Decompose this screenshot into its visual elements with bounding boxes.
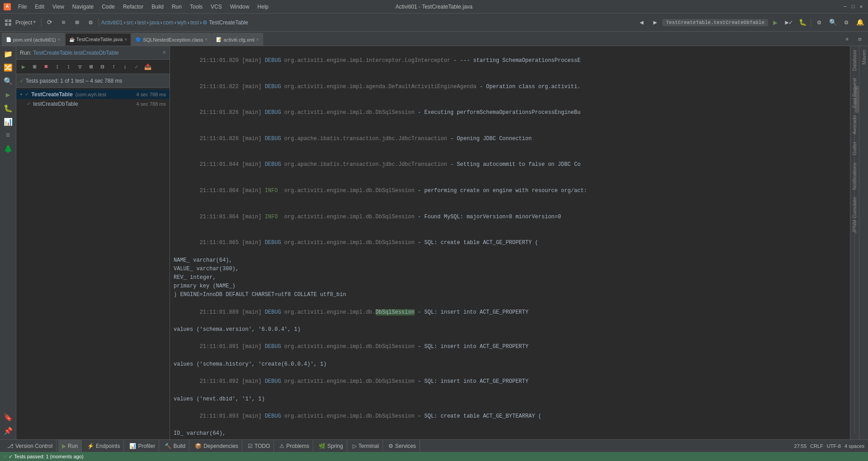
filter-button[interactable]: ▽ — [75, 61, 85, 72]
tab-build[interactable]: 🔨 Build — [161, 440, 189, 452]
tab-pom[interactable]: 📄 pom.xml (activiti01) × — [2, 33, 65, 46]
menu-run[interactable]: Run — [168, 3, 185, 11]
tab-dependencies[interactable]: 📦 Dependencies — [191, 440, 242, 452]
tab-problems[interactable]: ⚠ Problems — [276, 440, 313, 452]
tab-pom-close[interactable]: × — [58, 37, 61, 42]
breadcrumb-testpkg[interactable]: test — [190, 19, 199, 26]
breadcrumb-test[interactable]: test — [137, 19, 146, 26]
tab-services[interactable]: ⚙ Services — [385, 440, 420, 452]
run-all-button[interactable]: ⊞ — [29, 61, 40, 72]
project-dropdown-icon[interactable]: ▼ — [33, 20, 36, 25]
breadcrumb-java[interactable]: java — [150, 19, 160, 26]
tab-testcreate[interactable]: ☕ TestCreateTable.java × — [65, 33, 132, 46]
filter-passed-button[interactable]: ✓ — [131, 61, 142, 72]
run-panel-close[interactable]: × — [163, 50, 166, 56]
run-config-selector[interactable]: TestCreateTable.testCreateDbTable — [662, 19, 768, 26]
sidebar-avocado-label[interactable]: Avocado — [850, 112, 859, 138]
tab-todo[interactable]: ☑ TODO — [244, 440, 274, 452]
menu-file[interactable]: File — [14, 3, 30, 11]
status-line-ending[interactable]: CRLF — [810, 443, 823, 449]
minimize-button[interactable]: ─ — [842, 4, 848, 10]
sidebar-project-icon[interactable]: 📁 — [2, 48, 14, 61]
expand-tree-button[interactable]: ⊞ — [86, 61, 97, 72]
sidebar-jpnm-label[interactable]: JPNM Cumulate — [850, 193, 859, 237]
run-toolbar: ▶ ⊞ ■ ↕ ↕ ▽ ⊞ ⊟ ↑ ↓ ✓ 📤 — [16, 60, 170, 74]
tab-profiler[interactable]: 📊 Profiler — [126, 440, 159, 452]
tab-endpoints[interactable]: ⚡ Endpoints — [84, 440, 124, 452]
maximize-button[interactable]: □ — [850, 4, 856, 10]
menu-view[interactable]: View — [49, 3, 68, 11]
sort-duration-button[interactable]: ↕ — [63, 61, 74, 72]
forward-button[interactable]: ▶ — [649, 16, 661, 29]
sidebar-profiler-icon[interactable]: 📊 — [2, 116, 14, 128]
window-controls: ─ □ ✕ — [842, 4, 864, 10]
breadcrumb-wyh[interactable]: wyh — [177, 19, 186, 26]
tab-cfg[interactable]: 📝 activiti.cfg.xml × — [212, 33, 263, 46]
menu-window[interactable]: Window — [226, 3, 253, 11]
tree-next-button[interactable]: ↓ — [120, 61, 131, 72]
tab-terminal[interactable]: ▷ Terminal — [349, 440, 383, 452]
tab-testcreate-close[interactable]: × — [124, 37, 127, 42]
menu-edit[interactable]: Edit — [31, 3, 48, 11]
sidebar-hierarchy-icon[interactable]: 🌲 — [2, 143, 14, 155]
sidebar-gutter-label[interactable]: Gutter — [850, 138, 859, 159]
sync-button[interactable]: ⟳ — [43, 16, 56, 29]
settings-button[interactable]: ⚙ — [84, 16, 97, 29]
menu-refactor[interactable]: Refactor — [119, 3, 147, 11]
sidebar-pin-icon[interactable]: 📌 — [2, 425, 14, 437]
menu-code[interactable]: Code — [98, 3, 118, 11]
status-indent[interactable]: 4 spaces — [844, 443, 864, 449]
tab-spring[interactable]: 🌿 Spring — [315, 440, 347, 452]
breadcrumb-com[interactable]: com — [163, 19, 174, 26]
menu-vcs[interactable]: VCS — [207, 3, 226, 11]
tab-cfg-close[interactable]: × — [256, 37, 259, 42]
debug-button[interactable]: 🐛 — [796, 16, 809, 29]
status-position[interactable]: 27:55 — [794, 443, 807, 449]
maven-label[interactable]: Maven — [860, 46, 868, 68]
sidebar-fast-request-label[interactable]: Fast Request — [850, 75, 859, 111]
tab-sql[interactable]: 🔵 SQLNestedException.class × — [132, 33, 212, 46]
run-with-coverage-button[interactable]: ▶✓ — [783, 16, 795, 29]
menu-tools[interactable]: Tools — [186, 3, 206, 11]
test-item-method[interactable]: ✓ testCreateDbTable 4 sec 788 ms — [16, 99, 170, 108]
status-encoding[interactable]: UTF-8 — [827, 443, 841, 449]
notifications-button[interactable]: 🔔 — [854, 16, 866, 29]
project-view-button[interactable] — [2, 16, 14, 29]
sidebar-run-icon[interactable]: ▶ — [2, 89, 14, 101]
collapse-button[interactable]: ≡ — [57, 16, 70, 29]
menu-help[interactable]: Help — [254, 3, 272, 11]
breadcrumb-src[interactable]: src — [126, 19, 133, 26]
rerun-button[interactable]: ▶ — [18, 61, 29, 72]
sidebar-database-label[interactable]: Database — [850, 46, 859, 75]
sidebar-vcs-icon[interactable]: 🔀 — [2, 61, 14, 74]
sidebar-bookmark-icon[interactable]: 🔖 — [2, 411, 14, 424]
expand-button[interactable]: ⊞ — [71, 16, 83, 29]
test-status-text: Tests passed: 1 of 1 test – 4 sec 788 ms — [25, 78, 122, 84]
tree-prev-button[interactable]: ↑ — [108, 61, 119, 72]
breadcrumb-project[interactable]: Activiti01 — [101, 19, 123, 26]
test-item-class[interactable]: ▾ ✓ TestCreateTable (com.wyh.test 4 sec … — [16, 89, 170, 99]
search-everywhere[interactable]: 🔍 — [826, 16, 839, 29]
close-button[interactable]: ✕ — [858, 4, 864, 10]
sidebar-structure-icon[interactable]: ≡ — [2, 129, 14, 142]
menu-navigate[interactable]: Navigate — [69, 3, 97, 11]
sort-alpha-button[interactable]: ↕ — [52, 61, 63, 72]
export-button[interactable]: 📤 — [142, 61, 153, 72]
menu-build[interactable]: Build — [148, 3, 167, 11]
sidebar-notifications-label[interactable]: Notifications — [850, 159, 859, 193]
tab-sql-close[interactable]: × — [205, 37, 208, 42]
recent-files-button[interactable]: ≡ — [841, 33, 854, 46]
sidebar-search-icon[interactable]: 🔍 — [2, 75, 14, 88]
breadcrumb-class[interactable]: ⚙ TestCreateTable — [203, 19, 248, 26]
tab-version-control[interactable]: ⎇ Version Control — [4, 440, 57, 452]
settings-main[interactable]: ⚙ — [840, 16, 853, 29]
stop-button[interactable]: ■ — [41, 61, 52, 72]
collapse-tree-button[interactable]: ⊟ — [97, 61, 108, 72]
back-button[interactable]: ◀ — [635, 16, 648, 29]
more-actions[interactable]: ⚙ — [813, 16, 826, 29]
split-editor-button[interactable]: ⊟ — [854, 33, 866, 46]
tab-run[interactable]: ▶ Run — [58, 440, 82, 452]
run-button[interactable]: ▶ — [769, 16, 782, 29]
log-output[interactable]: 21:11:01.820 [main] DEBUG org.activiti.e… — [170, 46, 850, 439]
sidebar-debug-icon[interactable]: 🐛 — [2, 102, 14, 115]
